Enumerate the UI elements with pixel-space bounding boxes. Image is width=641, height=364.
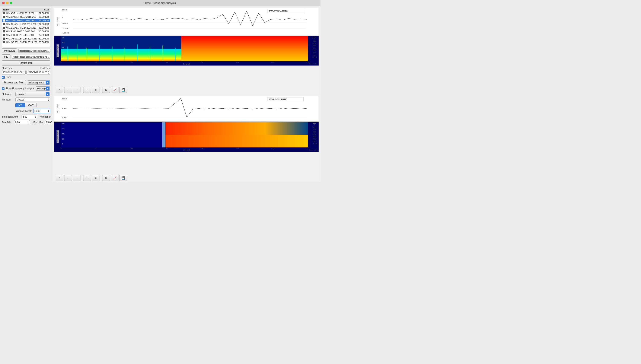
toolbar2-save-button[interactable]: 💾 [119, 175, 127, 181]
toolbar1-sep2 [101, 87, 101, 92]
spectrogram2-plot: 25 20 15 10 5 [61, 122, 308, 148]
file-list-item[interactable]: WM.OBS01..SHZ.D.2015.260 80.00 KiB [2, 37, 50, 40]
spectrogram1-ylabel: Frequency (Hz) [54, 36, 61, 66]
file-list-item[interactable]: WM.OBS02..SHZ.D.2015.260 80.00 KiB [2, 40, 50, 44]
toolbar1-home-button[interactable]: ⌂ [56, 87, 63, 93]
start-time-spinner[interactable]: ▲ ▼ [23, 71, 24, 74]
close-button[interactable] [2, 2, 5, 4]
toolbar2-settings-button[interactable]: ⚙ [102, 175, 110, 181]
spectrogram2-container: Frequency (Hz) [54, 122, 319, 152]
toolbar1-zoom-button[interactable]: ⊕ [92, 87, 100, 93]
toolbar2-zoom-button[interactable]: ⊕ [92, 175, 100, 181]
waveform2-container: Amplitude 6000 4000 2000 [54, 96, 319, 122]
spectrogram2-xlabel: Time (s) [183, 149, 190, 151]
file-list-header: Name Size [2, 8, 50, 12]
toolbar1-settings-button[interactable]: ⚙ [102, 87, 110, 93]
file-path[interactable]: rs/robertocabieces/Documents/ISPshare/is… [12, 55, 50, 59]
file-icon [3, 23, 5, 25]
freq-min-input[interactable] [15, 121, 27, 124]
end-time-spinner[interactable]: ▲ ▼ [48, 71, 49, 74]
svg-rect-18 [112, 46, 112, 61]
file-icon [3, 30, 5, 32]
toolbar1-back-button[interactable]: ← [64, 87, 72, 93]
colorbar2: 0.0 -12.5 -25.0 -37.5 -50.0 -62.5 -75.0 … [308, 122, 318, 152]
svg-rect-37 [61, 122, 162, 148]
time-bandwidth-input[interactable] [22, 116, 34, 118]
maximize-button[interactable] [10, 2, 12, 4]
spectrogram-select[interactable]: Multitaper SpectrogramCWT Spectrogram [36, 86, 50, 91]
start-time-input[interactable] [3, 71, 22, 74]
window-length-spinner[interactable]: ▲ ▼ [48, 110, 49, 112]
file-list-item[interactable]: WM.CHAS..HHZ.D.2015.260 172.00 KiB [2, 22, 50, 26]
svg-rect-17 [99, 46, 100, 61]
toolbar2-forward-button[interactable]: → [73, 175, 80, 181]
colorbar2-gradient [312, 123, 316, 124]
trim-checkbox[interactable] [2, 76, 5, 79]
toolbar2-chart-button[interactable]: 📈 [111, 175, 118, 181]
file-size: 75.00 KiB [35, 19, 49, 22]
station-info-button[interactable]: Station Info [2, 60, 50, 66]
file-list[interactable]: Name Size WM.AVE..HHZ.D.2015.260 122.50 … [2, 8, 50, 47]
waveform1-plot: 5000 0 -5000 -10000 -15000 PM.PNCL.HHZ [61, 8, 318, 35]
trim-label: Trim [6, 76, 11, 79]
svg-text:5: 5 [62, 57, 63, 59]
min-level-input[interactable] [16, 98, 47, 101]
process-and-plot-button[interactable]: Process and Plot [2, 80, 26, 85]
col-name-header: Name [3, 8, 33, 11]
file-button[interactable]: File [2, 54, 10, 59]
svg-rect-15 [77, 44, 78, 61]
file-name: WM.CEU..HHZ.D.2015.260 [6, 19, 35, 22]
toolbar1-chart-button[interactable]: 📈 [111, 87, 118, 93]
colorbar1: 0.0 -12.5 -25.0 -37.5 -50.0 -62.5 -75.0 … [308, 36, 318, 66]
time-bandwidth-spinner[interactable]: ▲ ▼ [35, 115, 36, 118]
toolbar2-back-button[interactable]: ← [64, 175, 72, 181]
toolbar1-forward-button[interactable]: → [73, 87, 80, 93]
file-icon [3, 41, 5, 43]
chart2: Amplitude 6000 4000 2000 [52, 94, 320, 182]
file-name: WM.OBS02..SHZ.D.2015.260 [6, 41, 37, 44]
toolbar1-save-button[interactable]: 💾 [119, 87, 127, 93]
svg-text:0: 0 [62, 16, 63, 18]
mt-button[interactable]: MT [15, 103, 25, 107]
svg-rect-38 [162, 122, 166, 148]
tfa-checkbox[interactable] [2, 87, 4, 90]
svg-rect-21 [150, 46, 150, 61]
toolbar2-pan-button[interactable]: ✛ [83, 175, 91, 181]
metadata-button[interactable]: Metadata [2, 48, 17, 53]
spectrogram2-svg: 25 20 15 10 5 [61, 122, 308, 148]
file-list-item[interactable]: WM.AVE..HHZ.D.2015.260 122.50 KiB [2, 12, 50, 15]
file-size: 80.00 KiB [37, 41, 49, 44]
svg-text:25: 25 [62, 123, 65, 124]
file-size: 113.50 KiB [35, 30, 49, 33]
metadata-path[interactable]: rtocabieces/Desktop/Review/Review2020/me… [18, 49, 50, 53]
toolbar2-home-button[interactable]: ⌂ [56, 175, 63, 181]
toolbar1-pan-button[interactable]: ✛ [83, 87, 91, 93]
file-size: 77.50 KiB [34, 34, 49, 36]
plot-type-select[interactable]: contourfpcolormesh [15, 92, 50, 96]
freq-max-input[interactable] [46, 121, 52, 124]
svg-rect-22 [162, 46, 163, 61]
minimize-button[interactable] [6, 2, 8, 4]
window-length-label: Window Length [16, 110, 32, 112]
freq-min-spinner[interactable]: ▲ ▼ [27, 121, 29, 124]
file-list-item[interactable]: WM.CEU..HHZ.D.2015.260 75.00 KiB [2, 19, 50, 22]
svg-text:15: 15 [62, 47, 65, 49]
file-list-item[interactable]: WM.EMAL..HHZ.D.2015.260 89.00 KiB [2, 26, 50, 30]
waveform1-container: Amplitude 5000 0 -5000 -10000 -15000 [54, 8, 319, 36]
file-list-item[interactable]: WM.IFR..HHZ.D.2015.260 77.50 KiB [2, 33, 50, 37]
file-list-item[interactable]: WM.EVO..HHZ.D.2015.260 113.50 KiB [2, 30, 50, 33]
cwt-button[interactable]: CWT [25, 103, 37, 107]
window-length-input[interactable] [34, 110, 47, 112]
file-icon [3, 20, 5, 22]
plot-type-row: Plot type contourfpcolormesh ▼ [2, 92, 50, 96]
svg-rect-12 [61, 36, 181, 49]
trim-row: Trim [2, 76, 50, 79]
end-time-input[interactable] [28, 71, 47, 74]
seismogram-select[interactable]: Seismogram 2Seismogram 1Seismogram 3 [27, 80, 50, 85]
toolbar2-sep2 [101, 176, 101, 180]
svg-rect-11 [61, 49, 181, 61]
svg-text:PM.PNCL.HHZ: PM.PNCL.HHZ [269, 10, 288, 12]
file-list-item[interactable]: WM.CART..HHZ.D.2015.260 88.00 KiB [2, 15, 50, 19]
min-level-spinner[interactable]: ▲ ▼ [48, 98, 49, 101]
seismogram-select-wrap: Seismogram 2Seismogram 1Seismogram 3 ▼ [27, 80, 50, 85]
